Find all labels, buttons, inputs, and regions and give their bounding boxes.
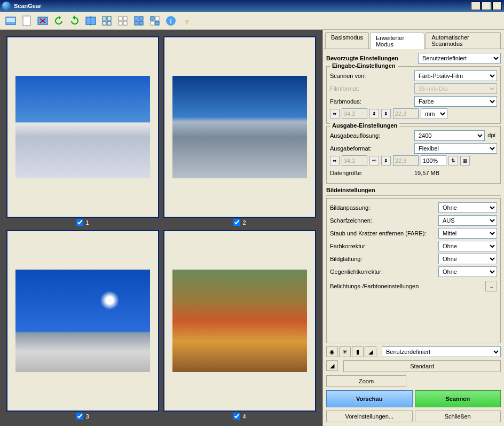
backlight-label: Gegenlichtkorrektur: <box>330 269 438 275</box>
adjust-select[interactable]: Ohne <box>438 202 497 213</box>
exposure-label: Belichtungs-/Farbtoneinstellungen <box>330 283 419 289</box>
svg-rect-9 <box>107 21 111 25</box>
close-button-bottom[interactable]: Schließen <box>415 411 501 422</box>
svg-text:?: ? <box>185 19 189 26</box>
toolbar: i ? <box>0 12 504 30</box>
preferred-label: Bevorzugte Einstellungen <box>326 55 418 61</box>
colorcorr-select[interactable]: Ohne <box>438 241 497 251</box>
color-mode-select[interactable]: Farbe <box>414 96 497 107</box>
thumb-1-checkbox[interactable] <box>76 219 83 226</box>
image-settings-title: Bildeinstellungen <box>326 185 501 196</box>
thumb-4-label: 4 <box>242 413 246 420</box>
svg-rect-18 <box>151 17 154 20</box>
sharpen-select[interactable]: AUS <box>438 215 497 226</box>
select-all-icon[interactable] <box>99 13 114 28</box>
window-title: ScanGear <box>14 3 471 9</box>
check-all-icon[interactable] <box>115 13 130 28</box>
fare-label: Staub und Kratzer entfernen (FARE): <box>330 230 438 236</box>
output-format-select[interactable]: Flexibel <box>414 143 497 154</box>
thumbnail-view-icon[interactable] <box>3 13 18 28</box>
resolution-select[interactable]: 2400 <box>414 130 485 141</box>
color-profile-select[interactable]: Benutzerdefiniert <box>382 346 501 357</box>
rotate-left-icon[interactable] <box>51 13 66 28</box>
out-height-icon: ⬍ <box>381 156 391 165</box>
invert-selection-icon[interactable] <box>147 13 162 28</box>
input-height <box>393 108 419 119</box>
output-format-label: Ausgabeformat: <box>330 145 414 152</box>
link-icon[interactable]: ⚯ <box>369 156 379 165</box>
mirror-icon[interactable] <box>83 13 98 28</box>
output-width <box>342 155 367 166</box>
backlight-select[interactable]: Ohne <box>438 266 497 277</box>
tone-curve-icon[interactable]: ◢ <box>365 346 376 357</box>
thumb-1-label: 1 <box>85 219 89 226</box>
select-frames-icon[interactable] <box>131 13 146 28</box>
output-section-title: Ausgabe-Einstellungen <box>330 122 399 129</box>
svg-rect-1 <box>6 18 15 22</box>
scan-from-select[interactable]: Farb-Positiv-Film <box>414 70 497 81</box>
smoothing-label: Bildglättung: <box>330 256 438 262</box>
print-size-icon[interactable]: ▦ <box>460 156 470 165</box>
out-width-icon: ⬌ <box>330 156 340 165</box>
thumb-2-checkbox[interactable] <box>233 219 240 226</box>
smoothing-select[interactable]: Ohne <box>438 254 497 264</box>
svg-rect-20 <box>151 21 154 25</box>
svg-rect-8 <box>103 21 106 25</box>
svg-rect-17 <box>139 21 143 25</box>
thumb-4-checkbox[interactable] <box>233 413 240 420</box>
thumbnail-1[interactable] <box>6 36 159 218</box>
svg-rect-10 <box>119 17 122 20</box>
data-size-value: 19,57 MB <box>414 170 497 176</box>
tab-advanced[interactable]: Erweiterter Modus <box>370 33 425 49</box>
svg-text:i: i <box>170 18 171 25</box>
thumb-3-checkbox[interactable] <box>76 413 83 420</box>
input-width <box>342 108 367 119</box>
preview-area: 1 2 3 4 <box>0 30 322 426</box>
height-icon: ⬍ <box>381 109 391 119</box>
film-format-select: 35-mm-Dia <box>414 83 497 94</box>
maximize-button[interactable]: □ <box>482 2 491 10</box>
preview-button[interactable]: Vorschau <box>326 390 413 407</box>
histogram-icon[interactable]: ▮ <box>352 346 364 357</box>
input-unit-select[interactable]: mm <box>421 108 447 119</box>
sharpen-label: Scharfzeichnen: <box>330 217 438 224</box>
delete-frame-icon[interactable] <box>35 13 50 28</box>
scan-from-label: Scannen von: <box>330 73 414 79</box>
tab-auto[interactable]: Automatischer Scanmodus <box>426 32 501 49</box>
new-page-icon[interactable] <box>19 13 34 28</box>
svg-rect-11 <box>123 17 127 20</box>
standard-button[interactable]: Standard <box>343 360 501 372</box>
tab-basic[interactable]: Basismodus <box>325 32 369 49</box>
titlebar: ScanGear _ □ × <box>0 0 504 12</box>
colorcorr-label: Farbkorrektur: <box>330 243 438 249</box>
thumb-3-label: 3 <box>85 413 89 420</box>
svg-rect-16 <box>135 21 138 25</box>
final-review-icon[interactable]: ◢ <box>326 360 338 371</box>
preferred-select[interactable]: Benutzerdefiniert <box>418 53 501 64</box>
info-icon[interactable]: i <box>163 13 178 28</box>
svg-rect-6 <box>103 17 106 20</box>
expand-exposure-icon[interactable]: ⌄ <box>485 281 497 291</box>
zoom-button[interactable]: Zoom <box>326 375 406 387</box>
svg-rect-12 <box>119 21 122 25</box>
color-balance-icon[interactable]: ◉ <box>326 346 338 357</box>
help-icon[interactable]: ? <box>179 13 194 28</box>
thumbnail-2[interactable] <box>163 36 316 218</box>
fare-select[interactable]: Mittel <box>438 228 497 239</box>
svg-rect-15 <box>139 17 143 20</box>
close-button[interactable]: × <box>492 2 502 10</box>
scan-button[interactable]: Scannen <box>415 390 501 407</box>
brightness-icon[interactable]: ☀ <box>339 346 351 357</box>
thumbnail-3[interactable] <box>6 230 159 412</box>
rotate-right-icon[interactable] <box>67 13 82 28</box>
svg-rect-14 <box>135 17 138 20</box>
preferences-button[interactable]: Voreinstellungen... <box>326 411 413 422</box>
svg-rect-13 <box>123 21 127 25</box>
svg-rect-19 <box>155 17 159 20</box>
lock-ratio-icon[interactable]: ⬍ <box>369 109 379 119</box>
settings-sidebar: Basismodus Erweiterter Modus Automatisch… <box>322 30 504 426</box>
output-scale[interactable] <box>421 155 446 166</box>
minimize-button[interactable]: _ <box>471 2 481 10</box>
scale-stepper-icon[interactable]: ⇅ <box>448 156 458 165</box>
thumbnail-4[interactable] <box>163 230 316 412</box>
